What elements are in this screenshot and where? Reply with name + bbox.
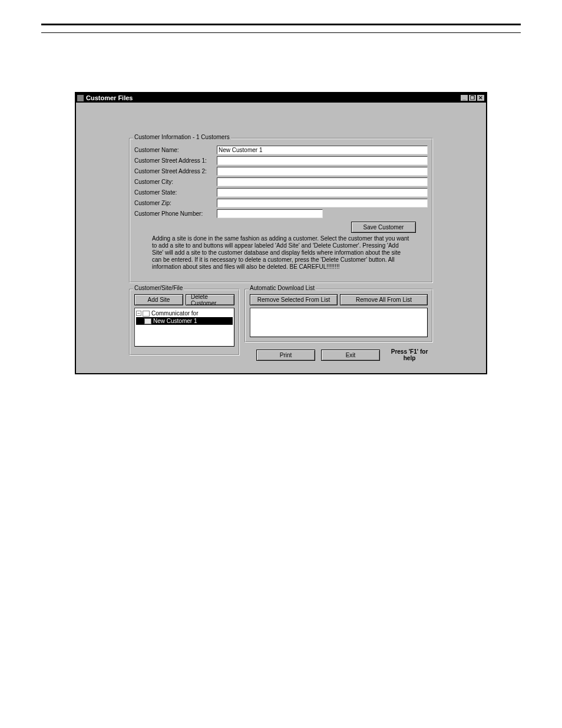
print-button[interactable]: Print xyxy=(256,350,315,361)
f1-help-hint: Press 'F1' for help xyxy=(386,348,433,361)
label-address1: Customer Street Address 1: xyxy=(134,157,217,164)
customer-information-group: Customer Information - 1 Customers Custo… xyxy=(129,138,433,283)
maximize-button[interactable]: ❐ xyxy=(468,94,477,101)
label-city: Customer City: xyxy=(134,179,217,185)
exit-button[interactable]: Exit xyxy=(321,350,380,361)
close-button[interactable]: ✕ xyxy=(477,94,485,101)
add-site-button[interactable]: Add Site xyxy=(134,294,183,305)
tree-collapse-icon[interactable]: − xyxy=(136,311,141,316)
customer-city-input[interactable] xyxy=(217,177,428,186)
window-title: Customer Files xyxy=(86,94,460,101)
customer-state-input[interactable] xyxy=(217,188,428,197)
tree-root-row[interactable]: − Communicator for xyxy=(136,309,233,317)
minimize-button[interactable]: _ xyxy=(460,94,468,101)
remove-selected-button[interactable]: Remove Selected From List xyxy=(250,294,338,305)
customer-tree[interactable]: − Communicator for New Customer 1 xyxy=(134,308,234,347)
customer-name-input[interactable] xyxy=(217,146,428,154)
customer-site-file-group: Customer/Site/File Add Site Delete Custo… xyxy=(129,289,240,355)
customer-address2-input[interactable] xyxy=(217,167,428,176)
customer-address1-input[interactable] xyxy=(217,156,428,165)
tree-child-label: New Customer 1 xyxy=(153,318,197,324)
save-customer-button[interactable]: Save Customer xyxy=(351,222,416,233)
adl-group-title: Automatic Download List xyxy=(249,285,316,291)
app-icon xyxy=(77,95,84,101)
download-listbox[interactable] xyxy=(250,308,428,337)
window-control-buttons: _ ❐ ✕ xyxy=(460,94,485,101)
label-phone: Customer Phone Number: xyxy=(134,210,217,217)
label-address2: Customer Street Address 2: xyxy=(134,168,217,174)
customer-phone-input[interactable] xyxy=(217,209,323,218)
customer-files-window: Customer Files _ ❐ ✕ Customer Informatio… xyxy=(75,92,487,374)
tree-child-row[interactable]: New Customer 1 xyxy=(136,317,233,325)
remove-all-button[interactable]: Remove All From List xyxy=(340,294,428,305)
delete-customer-button[interactable]: Delete Customer xyxy=(186,294,234,305)
footer-row: Print Exit Press 'F1' for help xyxy=(244,348,433,361)
folder-closed-icon xyxy=(143,311,150,317)
label-customer-name: Customer Name: xyxy=(134,147,217,153)
tree-root-label: Communicator for xyxy=(151,310,198,317)
folder-open-icon xyxy=(144,318,151,324)
titlebar: Customer Files _ ❐ ✕ xyxy=(76,93,486,103)
customer-zip-input[interactable] xyxy=(217,199,428,207)
automatic-download-list-group: Automatic Download List Remove Selected … xyxy=(244,289,433,361)
customer-info-group-title: Customer Information - 1 Customers xyxy=(133,134,231,140)
help-text: Adding a site is done in the same fashio… xyxy=(134,233,428,278)
label-state: Customer State: xyxy=(134,189,217,196)
csf-group-title: Customer/Site/File xyxy=(133,285,184,291)
label-zip: Customer Zip: xyxy=(134,200,217,206)
